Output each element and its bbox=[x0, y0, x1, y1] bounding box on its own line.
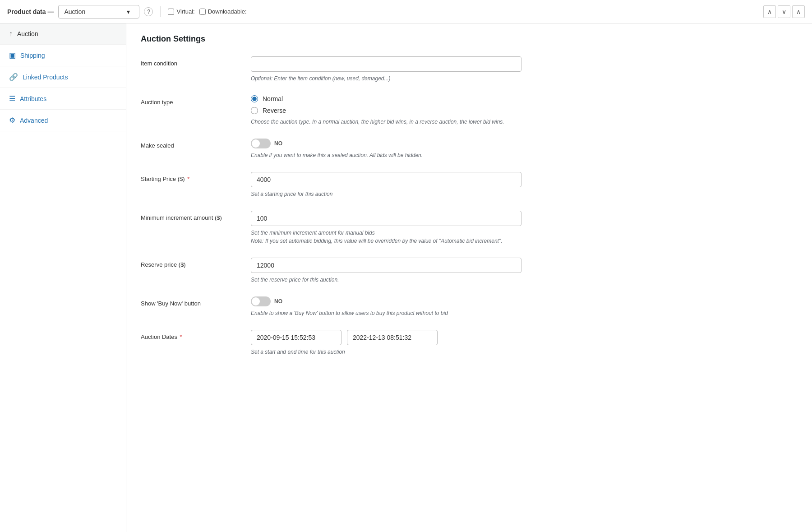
item-condition-help: Optional: Enter the item condition (new,… bbox=[251, 74, 521, 83]
auction-type-control: Normal Reverse Choose the auction type. … bbox=[251, 95, 521, 126]
sidebar-item-advanced[interactable]: ⚙ Advanced bbox=[0, 110, 126, 131]
auction-type-reverse-radio[interactable] bbox=[251, 107, 258, 114]
reserve-price-control: Set the reserve price for this auction. bbox=[251, 258, 521, 284]
auction-start-date-input[interactable] bbox=[251, 330, 341, 345]
starting-price-help: Set a starting price for this auction bbox=[251, 190, 521, 198]
sidebar-item-auction[interactable]: ↑ Auction bbox=[0, 23, 126, 45]
show-buy-now-label: Show 'Buy Now' button bbox=[141, 296, 240, 307]
sidebar-item-linked-products[interactable]: 🔗 Linked Products bbox=[0, 66, 126, 88]
show-buy-now-row: Show 'Buy Now' button NO Enable to show … bbox=[141, 296, 798, 317]
sidebar-item-shipping[interactable]: ▣ Shipping bbox=[0, 45, 126, 66]
item-condition-row: Item condition Optional: Enter the item … bbox=[141, 56, 798, 83]
downloadable-checkbox-label[interactable]: Downloadable: bbox=[199, 8, 247, 15]
reserve-price-row: Reserve price ($) Set the reserve price … bbox=[141, 258, 798, 284]
minimum-increment-help: Set the minimum increment amount for man… bbox=[251, 229, 521, 245]
make-sealed-help: Enable if you want to make this a sealed… bbox=[251, 151, 521, 159]
top-bar-actions: ∧ ∨ ∧ bbox=[763, 5, 805, 18]
starting-price-input[interactable] bbox=[251, 172, 521, 187]
auction-type-reverse-option[interactable]: Reverse bbox=[251, 107, 521, 114]
auction-type-label: Auction type bbox=[141, 95, 240, 106]
auction-type-normal-radio[interactable] bbox=[251, 95, 258, 102]
auction-type-row: Auction type Normal Reverse Choose the a… bbox=[141, 95, 798, 126]
auction-type-reverse-label: Reverse bbox=[263, 107, 286, 114]
link-icon: 🔗 bbox=[9, 73, 18, 81]
auction-dates-label: Auction Dates * bbox=[141, 330, 240, 340]
auction-dates-row: Auction Dates * Set a start and end time… bbox=[141, 330, 798, 356]
make-sealed-toggle[interactable] bbox=[251, 139, 271, 148]
auction-type-normal-label: Normal bbox=[263, 95, 283, 102]
item-condition-input[interactable] bbox=[251, 56, 521, 72]
starting-price-label: Starting Price ($) * bbox=[141, 172, 240, 182]
top-bar: Product data — Auction ▾ ? Virtual: Down… bbox=[0, 0, 812, 23]
show-buy-now-toggle[interactable] bbox=[251, 296, 271, 306]
reserve-price-label: Reserve price ($) bbox=[141, 258, 240, 268]
auction-type-normal-option[interactable]: Normal bbox=[251, 95, 521, 102]
shipping-icon: ▣ bbox=[9, 51, 16, 60]
main-layout: ↑ Auction ▣ Shipping 🔗 Linked Products ☰… bbox=[0, 23, 812, 532]
sidebar-label-shipping: Shipping bbox=[20, 52, 45, 59]
auction-dates-required: * bbox=[180, 333, 182, 340]
starting-price-control: Set a starting price for this auction bbox=[251, 172, 521, 198]
show-buy-now-control: NO Enable to show a 'Buy Now' button to … bbox=[251, 296, 521, 317]
auction-dates-help: Set a start and end time for this auctio… bbox=[251, 348, 521, 356]
show-buy-now-toggle-container: NO bbox=[251, 296, 521, 306]
product-type-select[interactable]: Auction ▾ bbox=[58, 5, 139, 19]
auction-dates-control: Set a start and end time for this auctio… bbox=[251, 330, 521, 356]
collapse-down-button[interactable]: ∨ bbox=[778, 5, 790, 18]
make-sealed-label: Make sealed bbox=[141, 139, 240, 149]
product-type-value: Auction bbox=[64, 8, 85, 15]
sidebar-label-attributes: Attributes bbox=[20, 95, 46, 102]
reserve-price-help: Set the reserve price for this auction. bbox=[251, 276, 521, 284]
make-sealed-toggle-container: NO bbox=[251, 139, 521, 148]
auction-type-radio-group: Normal Reverse bbox=[251, 95, 521, 114]
product-data-label: Product data — bbox=[7, 8, 54, 15]
select-arrow-icon: ▾ bbox=[127, 8, 130, 15]
auction-type-help: Choose the auction type. In a normal auc… bbox=[251, 118, 521, 126]
divider bbox=[160, 6, 161, 17]
starting-price-row: Starting Price ($) * Set a starting pric… bbox=[141, 172, 798, 198]
virtual-checkbox-label[interactable]: Virtual: bbox=[168, 8, 194, 15]
auction-icon: ↑ bbox=[9, 30, 13, 38]
reserve-price-input[interactable] bbox=[251, 258, 521, 273]
sidebar: ↑ Auction ▣ Shipping 🔗 Linked Products ☰… bbox=[0, 23, 126, 532]
help-icon[interactable]: ? bbox=[144, 7, 153, 16]
auction-end-date-input[interactable] bbox=[347, 330, 438, 345]
item-condition-control: Optional: Enter the item condition (new,… bbox=[251, 56, 521, 83]
expand-button[interactable]: ∧ bbox=[792, 5, 805, 18]
attributes-icon: ☰ bbox=[9, 94, 15, 103]
make-sealed-toggle-label: NO bbox=[274, 140, 282, 147]
sidebar-label-advanced: Advanced bbox=[20, 117, 48, 124]
starting-price-required: * bbox=[187, 176, 189, 182]
virtual-checkbox[interactable] bbox=[168, 9, 174, 15]
minimum-increment-input[interactable] bbox=[251, 211, 521, 226]
item-condition-label: Item condition bbox=[141, 56, 240, 67]
auction-settings-content: Auction Settings Item condition Optional… bbox=[126, 23, 812, 532]
sidebar-item-attributes[interactable]: ☰ Attributes bbox=[0, 88, 126, 110]
collapse-up-button[interactable]: ∧ bbox=[763, 5, 776, 18]
minimum-increment-row: Minimum increment amount ($) Set the min… bbox=[141, 211, 798, 245]
show-buy-now-toggle-label: NO bbox=[274, 298, 282, 305]
show-buy-now-toggle-knob bbox=[252, 297, 260, 305]
sidebar-label-auction: Auction bbox=[17, 30, 38, 37]
sidebar-label-linked-products: Linked Products bbox=[23, 74, 68, 81]
minimum-increment-control: Set the minimum increment amount for man… bbox=[251, 211, 521, 245]
downloadable-checkbox[interactable] bbox=[199, 9, 206, 15]
minimum-increment-label: Minimum increment amount ($) bbox=[141, 211, 240, 221]
section-title: Auction Settings bbox=[141, 34, 798, 44]
make-sealed-row: Make sealed NO Enable if you want to mak… bbox=[141, 139, 798, 159]
toggle-knob bbox=[252, 139, 260, 148]
make-sealed-control: NO Enable if you want to make this a sea… bbox=[251, 139, 521, 159]
advanced-icon: ⚙ bbox=[9, 116, 15, 125]
date-inputs-container bbox=[251, 330, 521, 345]
show-buy-now-help: Enable to show a 'Buy Now' button to all… bbox=[251, 309, 521, 317]
